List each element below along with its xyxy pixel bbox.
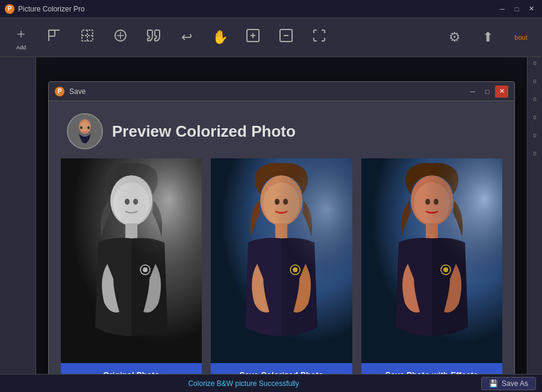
svg-point-14 <box>80 126 83 129</box>
original-photo-frame <box>61 158 202 363</box>
effects-photo-frame <box>361 158 502 363</box>
svg-rect-45 <box>361 158 502 363</box>
save-colorized-button[interactable]: Save Colorized Photo <box>211 363 352 374</box>
right-sidebar: 0 0 0 0 0 0 <box>527 57 542 374</box>
effects-photo-panel: Save Photo with Effects <box>361 158 502 374</box>
modal-overlay: P Save ─ □ ✕ <box>36 57 527 374</box>
title-bar: P Picture Colorizer Pro ─ □ ✕ <box>0 0 542 18</box>
add-icon: ＋ <box>14 25 28 43</box>
modal-minimize-button[interactable]: ─ <box>466 86 479 98</box>
tick-1: 0 <box>533 78 536 84</box>
modal-maximize-button[interactable]: □ <box>481 86 494 98</box>
tick-3: 0 <box>533 114 536 120</box>
minimize-button[interactable]: ─ <box>496 4 508 14</box>
modal-title: Save <box>69 87 466 96</box>
canvas-area: P Save ─ □ ✕ <box>36 57 527 374</box>
hand-icon: ✋ <box>212 30 228 45</box>
tick-5: 0 <box>533 151 536 157</box>
save-modal: P Save ─ □ ✕ <box>48 81 515 374</box>
window-controls: ─ □ ✕ <box>496 4 537 14</box>
mask-icon <box>113 28 128 46</box>
save-as-icon: 💾 <box>489 379 498 388</box>
zoom-out-button[interactable] <box>271 21 301 54</box>
about-button[interactable]: bout <box>506 21 536 54</box>
modal-close-button[interactable]: ✕ <box>495 86 508 98</box>
modal-header-title: Preview Colorized Photo <box>112 122 296 141</box>
upload-button[interactable]: ⬆ <box>473 21 503 54</box>
svg-rect-25 <box>61 158 202 363</box>
modal-window-controls: ─ □ ✕ <box>466 86 508 98</box>
zoom-in-icon <box>246 28 260 46</box>
maximize-button[interactable]: □ <box>511 4 523 14</box>
left-sidebar <box>0 57 36 374</box>
save-effects-button[interactable]: Save Photo with Effects <box>361 363 502 374</box>
photos-container: Original Photo <box>49 158 514 374</box>
colorized-photo-frame <box>211 158 352 363</box>
tick-2: 0 <box>533 96 536 102</box>
save-as-button[interactable]: 💾 Save As <box>481 377 536 390</box>
settings-button[interactable]: ⚙ <box>440 21 470 54</box>
toolbar: ＋ Add <box>0 18 542 57</box>
modal-app-icon: P <box>55 87 64 96</box>
avatar <box>67 113 103 149</box>
add-tool-button[interactable]: ＋ Add <box>6 21 36 54</box>
mask-tool-button[interactable] <box>105 21 136 54</box>
modal-title-bar: P Save ─ □ ✕ <box>49 82 514 101</box>
add-label: Add <box>16 45 26 51</box>
settings-icon: ⚙ <box>449 30 461 45</box>
svg-rect-0 <box>49 30 55 36</box>
main-area: P Save ─ □ ✕ <box>0 57 542 374</box>
modal-header: Preview Colorized Photo <box>49 101 514 158</box>
colorized-photo-panel: Save Colorized Photo <box>211 158 352 374</box>
app-title: Picture Colorizer Pro <box>18 5 496 13</box>
save-as-label: Save As <box>502 379 528 388</box>
zoom-out-icon <box>279 28 293 46</box>
bottom-bar: Colorize B&W picture Successfully 💾 Save… <box>0 374 542 392</box>
svg-rect-35 <box>211 158 352 363</box>
svg-point-15 <box>87 126 90 129</box>
original-photo-button[interactable]: Original Photo <box>61 363 202 374</box>
tick-4: 0 <box>533 132 536 138</box>
status-text: Colorize B&W picture Successfully <box>6 379 481 388</box>
undo-button[interactable]: ↩ <box>172 21 202 54</box>
tick-0: 0 <box>533 60 536 66</box>
close-button[interactable]: ✕ <box>525 4 537 14</box>
app-icon: P <box>5 4 14 14</box>
selection-tool-button[interactable] <box>72 21 102 54</box>
brush-tool-button[interactable] <box>139 21 169 54</box>
brush-icon <box>146 28 161 46</box>
original-photo-panel: Original Photo <box>61 158 202 374</box>
about-label: bout <box>514 34 527 41</box>
fit-button[interactable] <box>304 21 334 54</box>
crop-icon <box>47 28 61 46</box>
crop-tool-button[interactable] <box>39 21 69 54</box>
fit-icon <box>312 28 326 46</box>
upload-icon: ⬆ <box>482 30 493 45</box>
zoom-in-button[interactable] <box>238 21 268 54</box>
undo-icon: ↩ <box>181 30 192 45</box>
selection-icon <box>80 28 95 46</box>
hand-tool-button[interactable]: ✋ <box>205 21 235 54</box>
